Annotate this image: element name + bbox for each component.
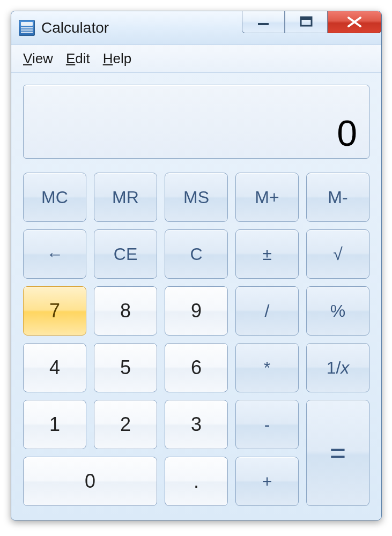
three-button[interactable]: 3	[165, 400, 228, 449]
one-button[interactable]: 1	[23, 400, 86, 449]
zero-button[interactable]: 0	[23, 457, 157, 506]
mminus-button[interactable]: M-	[306, 173, 369, 222]
mplus-button[interactable]: M+	[235, 173, 299, 222]
percent-button[interactable]: %	[306, 286, 369, 336]
five-button[interactable]: 5	[94, 343, 157, 392]
keypad: MC MR MS M+ M- ← CE C ± √ 7 8 9 / % 4 5 …	[23, 173, 369, 506]
window-title: Calculator	[41, 19, 242, 36]
subtract-button[interactable]: -	[235, 400, 299, 449]
add-button[interactable]: +	[235, 457, 299, 506]
maximize-icon	[299, 16, 314, 28]
backspace-button[interactable]: ←	[23, 229, 86, 279]
calculator-body: 0 MC MR MS M+ M- ← CE C ± √ 7 8 9 / % 4 …	[11, 73, 381, 520]
minimize-icon	[255, 18, 272, 26]
reciprocal-button[interactable]: 1/x	[306, 343, 369, 392]
menu-edit[interactable]: Edit	[66, 50, 90, 67]
eight-button[interactable]: 8	[94, 286, 157, 336]
calculator-icon	[19, 20, 35, 36]
two-button[interactable]: 2	[94, 400, 157, 449]
menu-view[interactable]: View	[23, 50, 53, 67]
svg-rect-2	[301, 17, 312, 20]
close-icon	[345, 17, 364, 27]
mr-button[interactable]: MR	[94, 173, 157, 222]
close-button[interactable]	[328, 11, 381, 33]
window-controls	[242, 11, 381, 33]
menubar: View Edit Help	[11, 44, 381, 73]
nine-button[interactable]: 9	[165, 286, 228, 336]
c-button[interactable]: C	[165, 229, 228, 279]
four-button[interactable]: 4	[23, 343, 86, 392]
equals-button[interactable]: =	[306, 400, 369, 506]
seven-button[interactable]: 7	[23, 286, 86, 336]
ce-button[interactable]: CE	[94, 229, 157, 279]
decimal-button[interactable]: .	[165, 457, 228, 506]
svg-rect-0	[258, 23, 269, 25]
maximize-button[interactable]	[285, 11, 328, 33]
calculator-window: Calculator View Edit Help 0 MC MR MS M+ …	[11, 11, 382, 520]
divide-button[interactable]: /	[235, 286, 299, 336]
titlebar[interactable]: Calculator	[11, 11, 381, 44]
mc-button[interactable]: MC	[23, 173, 86, 222]
ms-button[interactable]: MS	[165, 173, 228, 222]
menu-help[interactable]: Help	[103, 50, 131, 67]
plus-minus-button[interactable]: ±	[235, 229, 299, 279]
six-button[interactable]: 6	[165, 343, 228, 392]
minimize-button[interactable]	[242, 11, 285, 33]
display-value: 0	[337, 112, 357, 154]
sqrt-button[interactable]: √	[306, 229, 369, 279]
display: 0	[23, 85, 369, 159]
multiply-button[interactable]: *	[235, 343, 299, 392]
